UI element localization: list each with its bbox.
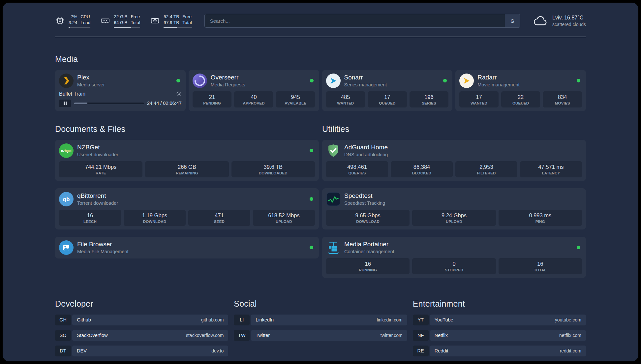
disk-total-label: Total — [182, 20, 192, 26]
stat-available: 945 AVAILABLE — [276, 91, 315, 107]
disk-total-value: 97.9 TB — [164, 20, 179, 26]
stat-label: STOPPED — [413, 268, 495, 272]
stat-seed: 471 SEED — [188, 210, 250, 226]
stat-label: AVAILABLE — [277, 101, 315, 105]
overseerr-icon — [193, 74, 207, 88]
bookmark-name: LinkedIn — [256, 317, 274, 322]
service-link-nzbget[interactable]: nzbget NZBGet Usenet downloader — [59, 143, 315, 158]
status-dot — [310, 246, 313, 249]
cpu-widget: 7% CPU 3.24 Load — [55, 14, 90, 28]
bookmark-domain: reddit.com — [560, 348, 581, 353]
stat-label: QUEUED — [502, 101, 540, 105]
bookmark-stackoverflow[interactable]: SO StackOverflow stackoverflow.com — [55, 330, 228, 341]
service-card-nzbget: nzbget NZBGet Usenet downloader 744.21 M… — [55, 140, 319, 181]
bookmark-name: DEV — [77, 348, 87, 353]
service-card-qbittorrent: qb qBittorrent Torrent downloader 16 — [55, 188, 319, 229]
section-utilities: Utilities AdGuard Home DNS and adblockin… — [322, 124, 586, 278]
search-bar: G — [204, 14, 520, 28]
search-provider-button[interactable]: G — [505, 14, 520, 27]
stat-value: 9.24 Gbps — [413, 212, 495, 219]
stat-label: PING — [499, 220, 581, 224]
service-name: Media Portainer — [344, 241, 394, 248]
stat-value: 196 — [410, 94, 448, 100]
disk-free-value: 52.4 TB — [164, 14, 179, 20]
bookmark-name: StackOverflow — [77, 333, 107, 338]
adguard-icon — [326, 143, 341, 158]
stat-download: 9.65 Gbps DOWNLOAD — [326, 210, 410, 226]
bookmark-twitter[interactable]: TW Twitter twitter.com — [234, 330, 407, 341]
section-title-social: Social — [234, 299, 407, 309]
search-input[interactable] — [205, 14, 505, 27]
bookmark-abbr: RE — [413, 346, 429, 356]
service-card-overseerr: Overseerr Media Requests 21 PENDING 40 A… — [189, 70, 319, 111]
service-link-qbittorrent[interactable]: qb qBittorrent Torrent downloader — [59, 192, 315, 206]
stat-movies: 834 MOVIES — [543, 91, 582, 107]
service-card-filebrowser: File Browser Media File Management — [55, 237, 319, 258]
gear-icon[interactable] — [176, 91, 182, 97]
service-link-overseerr[interactable]: Overseerr Media Requests — [193, 74, 315, 88]
stat-value: 266 GB — [146, 164, 228, 170]
status-dot — [310, 149, 313, 152]
stat-remaining: 266 GB REMAINING — [145, 161, 229, 177]
service-link-radarr[interactable]: Radarr Movie management — [459, 74, 582, 88]
service-subtitle: DNS and adblocking — [344, 152, 388, 157]
memory-free-label: Free — [131, 14, 140, 20]
stat-label: QUERIES — [327, 171, 387, 175]
bookmark-linkedin[interactable]: LI LinkedIn linkedin.com — [234, 315, 407, 325]
playback-progress-bar[interactable] — [74, 103, 144, 104]
cloud-icon — [533, 15, 548, 27]
stat-value: 17 — [368, 94, 406, 100]
bookmark-youtube[interactable]: YT YouTube youtube.com — [413, 315, 586, 325]
stat-downloaded: 39.6 TB DOWNLOADED — [231, 161, 315, 177]
status-dot — [310, 197, 313, 201]
stat-label: RUNNING — [327, 268, 409, 272]
stat-value: 744.21 Mbps — [60, 164, 142, 170]
service-subtitle: Media server — [77, 82, 105, 87]
stat-wanted: 17 WANTED — [459, 91, 499, 107]
service-subtitle: Series management — [344, 82, 387, 87]
service-link-filebrowser[interactable]: File Browser Media File Management — [59, 240, 315, 255]
service-subtitle: Movie management — [477, 82, 519, 87]
status-dot — [577, 79, 580, 82]
service-link-adguard[interactable]: AdGuard Home DNS and adblocking — [326, 143, 582, 158]
section-title-documents: Documents & Files — [55, 124, 319, 134]
stat-latency: 47.571 ms LATENCY — [520, 161, 582, 177]
service-link-plex[interactable]: Plex Media server — [59, 74, 182, 88]
bookmark-github[interactable]: GH Github github.com — [55, 315, 228, 325]
memory-free-value: 22 GiB — [114, 14, 127, 20]
stat-value: 40 — [235, 94, 273, 100]
service-name: AdGuard Home — [344, 144, 388, 151]
playback-time: 24:44 / 02:06:47 — [147, 101, 182, 106]
cpu-load-value: 3.24 — [69, 20, 77, 26]
stat-wanted: 485 WANTED — [326, 91, 365, 107]
bookmark-abbr: SO — [55, 330, 71, 341]
stat-pending: 21 PENDING — [193, 91, 232, 107]
stat-value: 498,461 — [327, 164, 387, 170]
section-title-developer: Developer — [55, 299, 228, 309]
service-name: Plex — [77, 74, 105, 81]
stat-value: 834 — [543, 94, 581, 100]
service-link-sonarr[interactable]: Sonarr Series management — [326, 74, 449, 88]
cpu-label: CPU — [80, 14, 90, 20]
bookmark-netflix[interactable]: NF Netflix netflix.com — [413, 330, 586, 341]
qbittorrent-icon: qb — [59, 192, 74, 206]
service-link-portainer[interactable]: Media Portainer Container management — [326, 240, 582, 255]
stat-queued: 22 QUEUED — [501, 91, 540, 107]
stat-queries: 498,461 QUERIES — [326, 161, 388, 177]
pause-button[interactable] — [59, 100, 71, 107]
stat-value: 945 — [277, 94, 315, 100]
bookmark-domain: netflix.com — [559, 333, 581, 338]
service-card-portainer: Media Portainer Container management 16 … — [322, 237, 586, 278]
bookmark-dev[interactable]: DT DEV dev.to — [55, 346, 228, 356]
bookmark-reddit[interactable]: RE Reddit reddit.com — [413, 346, 586, 356]
service-name: Overseerr — [211, 74, 245, 81]
stat-value: 17 — [460, 94, 498, 100]
bookmark-name: Reddit — [435, 348, 448, 353]
status-dot — [310, 79, 314, 82]
stat-blocked: 86,384 BLOCKED — [391, 161, 453, 177]
stat-rate: 744.21 Mbps RATE — [59, 161, 142, 177]
stat-value: 47.571 ms — [521, 164, 581, 170]
disk-icon — [150, 16, 160, 26]
service-link-speedtest[interactable]: Speedtest Speedtest Tracking — [326, 192, 582, 206]
section-title-utilities: Utilities — [322, 124, 586, 134]
